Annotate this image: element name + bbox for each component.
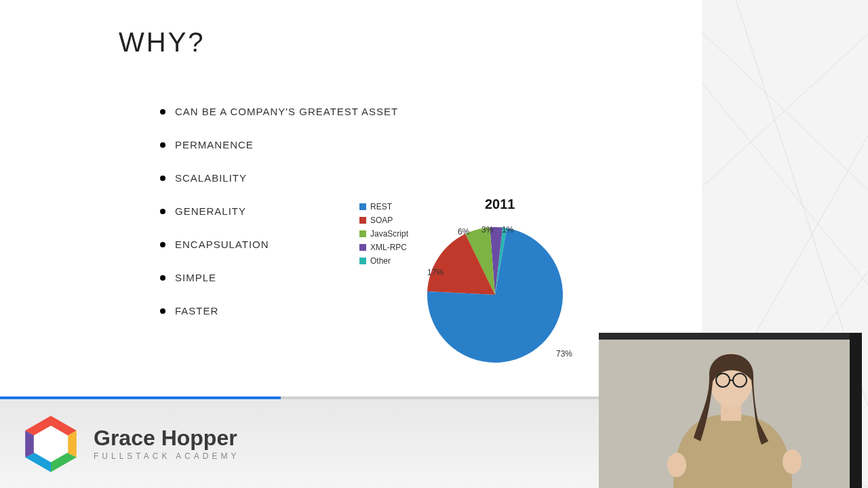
legend-label: REST xyxy=(370,202,392,211)
legend-swatch xyxy=(359,230,366,237)
legend-swatch xyxy=(359,217,366,224)
legend-item: SOAP xyxy=(359,216,408,225)
svg-line-0 xyxy=(702,0,868,190)
chart-title: 2011 xyxy=(485,197,515,212)
legend-item: JavaScript xyxy=(359,229,408,239)
brand-subtitle: FULLSTACK ACADEMY xyxy=(94,451,239,461)
svg-point-25 xyxy=(783,449,802,474)
pie-label: 73% xyxy=(556,349,572,359)
bullet-item: PERMANENCE xyxy=(175,139,398,150)
legend-swatch xyxy=(359,203,366,210)
pie-svg xyxy=(424,224,566,366)
legend-label: XML-RPC xyxy=(370,243,407,252)
slide-title: WHY? xyxy=(119,27,205,58)
legend-item: Other xyxy=(359,256,408,266)
pie-label: 6% xyxy=(458,227,469,237)
svg-line-5 xyxy=(702,34,868,237)
legend-swatch xyxy=(359,244,366,251)
slide-area: WHY? CAN BE A COMPANY'S GREATEST ASSET P… xyxy=(0,0,702,400)
brand-name: Grace Hopper xyxy=(94,427,239,449)
pie-label: 3% xyxy=(481,225,493,235)
hexagon-logo-icon xyxy=(20,413,81,474)
chart-legend: REST SOAP JavaScript XML-RPC Other xyxy=(359,202,408,270)
pie-label: 1% xyxy=(502,225,513,235)
legend-label: Other xyxy=(370,256,391,266)
legend-label: JavaScript xyxy=(370,229,408,239)
pie-chart: 2011 REST SOAP JavaScript XML-RPC Other xyxy=(359,197,631,373)
legend-item: XML-RPC xyxy=(359,243,408,252)
presenter-video xyxy=(599,333,862,488)
svg-rect-15 xyxy=(599,333,862,340)
lower-third: Grace Hopper FULLSTACK ACADEMY xyxy=(0,399,600,488)
svg-point-24 xyxy=(667,453,686,477)
legend-swatch xyxy=(359,258,366,264)
legend-label: SOAP xyxy=(370,216,393,225)
legend-item: REST xyxy=(359,202,408,211)
svg-rect-16 xyxy=(850,333,862,488)
svg-line-1 xyxy=(702,0,868,285)
pie-label: 17% xyxy=(427,268,443,277)
bullet-item: SCALABILITY xyxy=(175,172,398,184)
bullet-item: CAN BE A COMPANY'S GREATEST ASSET xyxy=(175,106,398,117)
